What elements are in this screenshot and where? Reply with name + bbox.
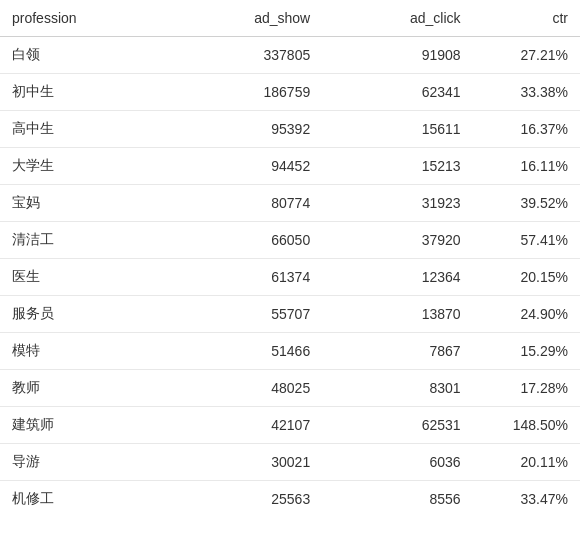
cell-ctr: 148.50% — [473, 407, 580, 444]
table-row: 宝妈807743192339.52% — [0, 185, 580, 222]
table-row: 导游30021603620.11% — [0, 444, 580, 481]
cell-ctr: 16.37% — [473, 111, 580, 148]
cell-profession: 宝妈 — [0, 185, 172, 222]
cell-profession: 模特 — [0, 333, 172, 370]
table-row: 清洁工660503792057.41% — [0, 222, 580, 259]
cell-ad-show: 80774 — [172, 185, 322, 222]
cell-ctr: 39.52% — [473, 185, 580, 222]
table-row: 机修工25563855633.47% — [0, 481, 580, 518]
cell-profession: 服务员 — [0, 296, 172, 333]
cell-ad-click: 15213 — [322, 148, 472, 185]
cell-ctr: 27.21% — [473, 37, 580, 74]
cell-profession: 初中生 — [0, 74, 172, 111]
cell-profession: 机修工 — [0, 481, 172, 518]
cell-ad-show: 66050 — [172, 222, 322, 259]
cell-ad-show: 51466 — [172, 333, 322, 370]
cell-ad-show: 25563 — [172, 481, 322, 518]
table-row: 大学生944521521316.11% — [0, 148, 580, 185]
table-row: 服务员557071387024.90% — [0, 296, 580, 333]
cell-ctr: 33.47% — [473, 481, 580, 518]
header-ctr: ctr — [473, 0, 580, 37]
table-row: 教师48025830117.28% — [0, 370, 580, 407]
cell-ad-show: 30021 — [172, 444, 322, 481]
cell-profession: 白领 — [0, 37, 172, 74]
cell-ad-show: 61374 — [172, 259, 322, 296]
cell-profession: 教师 — [0, 370, 172, 407]
cell-profession: 导游 — [0, 444, 172, 481]
cell-ad-click: 62531 — [322, 407, 472, 444]
header-ad-click: ad_click — [322, 0, 472, 37]
table-row: 医生613741236420.15% — [0, 259, 580, 296]
table-header-row: profession ad_show ad_click ctr — [0, 0, 580, 37]
cell-ad-show: 94452 — [172, 148, 322, 185]
cell-profession: 大学生 — [0, 148, 172, 185]
table-row: 白领3378059190827.21% — [0, 37, 580, 74]
cell-ad-click: 13870 — [322, 296, 472, 333]
cell-ad-click: 6036 — [322, 444, 472, 481]
header-ad-show: ad_show — [172, 0, 322, 37]
cell-ad-click: 15611 — [322, 111, 472, 148]
cell-ad-click: 12364 — [322, 259, 472, 296]
cell-ctr: 20.15% — [473, 259, 580, 296]
cell-profession: 建筑师 — [0, 407, 172, 444]
cell-ctr: 16.11% — [473, 148, 580, 185]
cell-ad-show: 48025 — [172, 370, 322, 407]
cell-ad-show: 95392 — [172, 111, 322, 148]
table-row: 高中生953921561116.37% — [0, 111, 580, 148]
cell-ad-show: 337805 — [172, 37, 322, 74]
table-row: 初中生1867596234133.38% — [0, 74, 580, 111]
header-profession: profession — [0, 0, 172, 37]
table-row: 模特51466786715.29% — [0, 333, 580, 370]
cell-profession: 医生 — [0, 259, 172, 296]
cell-ad-click: 8301 — [322, 370, 472, 407]
table-row: 建筑师4210762531148.50% — [0, 407, 580, 444]
cell-ctr: 57.41% — [473, 222, 580, 259]
cell-ad-click: 37920 — [322, 222, 472, 259]
cell-ad-click: 31923 — [322, 185, 472, 222]
cell-ad-click: 7867 — [322, 333, 472, 370]
cell-ctr: 17.28% — [473, 370, 580, 407]
data-table: profession ad_show ad_click ctr 白领337805… — [0, 0, 580, 517]
cell-profession: 清洁工 — [0, 222, 172, 259]
cell-ad-click: 62341 — [322, 74, 472, 111]
cell-profession: 高中生 — [0, 111, 172, 148]
cell-ad-show: 55707 — [172, 296, 322, 333]
cell-ad-click: 8556 — [322, 481, 472, 518]
cell-ad-click: 91908 — [322, 37, 472, 74]
cell-ctr: 15.29% — [473, 333, 580, 370]
cell-ad-show: 186759 — [172, 74, 322, 111]
cell-ad-show: 42107 — [172, 407, 322, 444]
cell-ctr: 20.11% — [473, 444, 580, 481]
cell-ctr: 33.38% — [473, 74, 580, 111]
cell-ctr: 24.90% — [473, 296, 580, 333]
